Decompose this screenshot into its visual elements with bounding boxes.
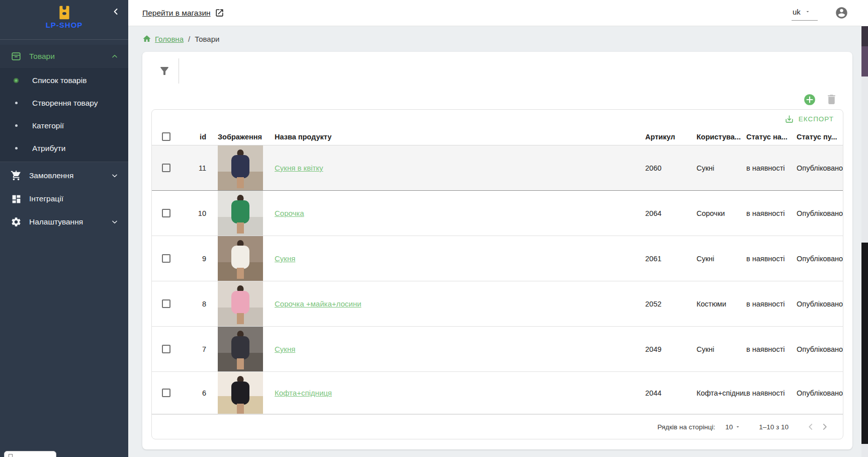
products-submenu: Список товарів Створення товару Категорі… [0, 68, 128, 162]
row-sku: 2049 [645, 345, 697, 353]
product-name-link[interactable]: Сорочка +майка+лосини [275, 299, 361, 308]
row-publish: Опубліковано [797, 389, 843, 397]
row-sku: 2052 [645, 300, 697, 308]
dashboard-grid-icon [10, 194, 22, 204]
row-checkbox[interactable] [162, 164, 170, 172]
product-thumbnail [218, 372, 263, 414]
product-thumbnail [218, 191, 263, 236]
row-category: Костюми [697, 300, 746, 308]
sidebar-item-attributes[interactable]: Атрибути [0, 137, 128, 160]
chevron-up-icon [111, 53, 118, 60]
bullet-icon [12, 124, 20, 127]
table-actions [142, 90, 852, 109]
sidebar-item-label: Список товарів [32, 76, 86, 85]
go-to-store-link[interactable]: Перейти в магазин [142, 8, 224, 18]
pagination: Рядків на сторінці: 10 1–10 з 10 [152, 414, 843, 439]
chevron-down-icon [111, 218, 118, 225]
sidebar-item-integrations[interactable]: Інтеграції [0, 187, 128, 210]
pagination-range: 1–10 з 10 [759, 423, 789, 431]
row-id: 8 [180, 300, 209, 308]
sidebar-item-product-create[interactable]: Створення товару [0, 92, 128, 114]
logo-text: LP-SHOP [0, 21, 128, 29]
row-checkbox[interactable] [162, 299, 170, 308]
next-page-button[interactable] [818, 420, 832, 434]
sidebar-item-label: Категорії [32, 121, 64, 130]
sidebar-item-label: Атрибути [32, 144, 65, 153]
row-stock: в наявності [746, 164, 797, 172]
sidebar-item-categories[interactable]: Категорії [0, 114, 128, 137]
row-id: 10 [180, 209, 209, 217]
row-stock: в наявності [746, 389, 797, 397]
sidebar-item-label: Замовлення [29, 171, 111, 180]
export-button[interactable]: ЕКСПОРТ [782, 112, 837, 126]
funnel-icon [158, 65, 170, 77]
sidebar-item-products[interactable]: Товари [0, 45, 128, 68]
row-id: 11 [180, 164, 209, 172]
delete-selected-button[interactable] [825, 93, 838, 106]
browser-status-bubble [4, 451, 56, 457]
sidebar-item-product-list[interactable]: Список товарів [0, 69, 128, 92]
main-area: Перейти в магазин uk Головна / Товари [128, 0, 861, 457]
row-sku: 2044 [645, 389, 697, 397]
account-button[interactable] [835, 6, 848, 20]
trash-icon [825, 93, 838, 106]
previous-page-button[interactable] [804, 420, 818, 434]
product-name-link[interactable]: Кофта+спідниця [275, 389, 332, 397]
product-name-link[interactable]: Сукня [275, 345, 295, 353]
select-all-checkbox[interactable] [162, 132, 170, 141]
row-checkbox[interactable] [162, 254, 170, 263]
row-checkbox[interactable] [162, 389, 170, 397]
bullet-icon [12, 102, 20, 104]
breadcrumb-home-link[interactable]: Головна [142, 34, 184, 43]
open-in-new-icon [215, 8, 224, 18]
sidebar-menu: Товари Список товарів Створення товару К… [0, 40, 128, 234]
product-name-link[interactable]: Сукня [275, 254, 295, 263]
column-header-sku: Артикул [645, 133, 697, 141]
sidebar-item-orders[interactable]: Замовлення [0, 164, 128, 187]
row-sku: 2060 [645, 164, 697, 172]
filter-divider [179, 58, 179, 84]
rows-per-page-select[interactable]: 10 [725, 423, 741, 431]
table-body: 11 Сукня в квітку 2060 Сукні в наявності… [152, 145, 843, 414]
sidebar-item-settings[interactable]: Налаштування [0, 210, 128, 234]
table-row: 10 Сорочка 2064 Сорочки в наявності Опуб… [152, 191, 843, 236]
active-bullet-icon [12, 78, 20, 83]
filter-button[interactable] [158, 65, 170, 77]
bullet-icon [12, 147, 20, 149]
column-header-publish: Статус пу... [797, 133, 843, 141]
archive-box-icon [10, 51, 22, 62]
row-checkbox[interactable] [162, 209, 170, 217]
row-stock: в наявності [746, 300, 797, 308]
product-name-link[interactable]: Сукня в квітку [275, 164, 323, 172]
table-row: 7 Сукня 2049 Сукні в наявності Опубліков… [152, 327, 843, 372]
export-label: ЕКСПОРТ [799, 115, 834, 123]
product-thumbnail [218, 236, 263, 281]
topbar-right: uk [792, 6, 848, 21]
row-sku: 2064 [645, 209, 697, 217]
caret-down-icon [805, 9, 811, 15]
row-checkbox[interactable] [162, 345, 170, 353]
sidebar-item-label: Налаштування [29, 217, 111, 226]
rows-per-page-label: Рядків на сторінці: [657, 423, 715, 431]
cart-plus-icon [10, 170, 22, 181]
row-category: Кофта+спідниц [697, 389, 746, 397]
sidebar-collapse-button[interactable] [109, 5, 122, 18]
column-header-stock: Статус на... [746, 133, 797, 141]
table-header-row: id Зображення Назва продукту Артикул Кор… [152, 128, 843, 145]
add-product-button[interactable] [803, 93, 816, 106]
language-value: uk [793, 8, 801, 16]
row-publish: Опубліковано [797, 300, 843, 308]
product-name-link[interactable]: Сорочка [275, 209, 304, 217]
row-publish: Опубліковано [797, 164, 843, 172]
background-window-sliver [861, 0, 868, 457]
language-select[interactable]: uk [792, 6, 818, 21]
row-category: Сорочки [697, 209, 746, 217]
shop-bag-logo-icon [55, 4, 73, 22]
table-row: 11 Сукня в квітку 2060 Сукні в наявності… [152, 145, 843, 191]
chevron-right-icon [819, 421, 830, 432]
plus-circle-icon [803, 93, 816, 106]
products-card: ЕКСПОРТ id Зображення Назва продукту Арт… [142, 52, 852, 449]
chevron-left-icon [111, 7, 120, 16]
sidebar-item-label: Створення товару [32, 99, 98, 108]
caret-down-icon [735, 424, 741, 430]
